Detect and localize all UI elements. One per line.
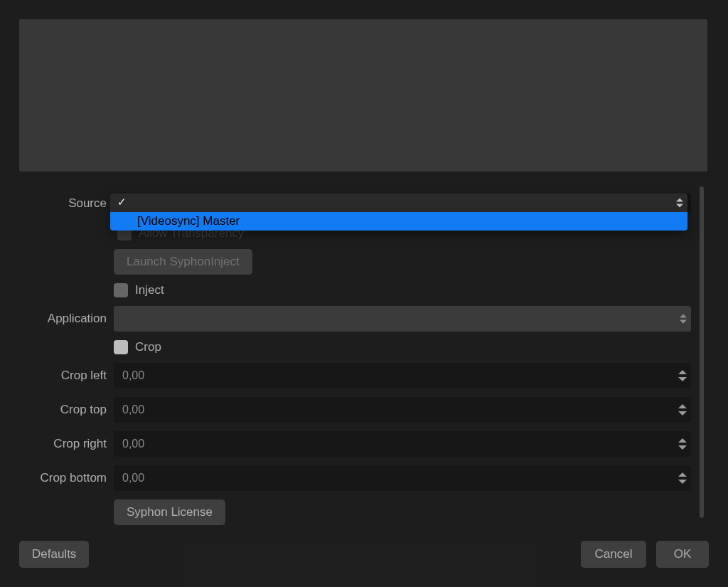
inject-label: Inject (135, 283, 164, 297)
syphon-license-button[interactable]: Syphon License (114, 499, 225, 525)
crop-right-input[interactable]: 0,00 (114, 431, 691, 457)
stepper-icon[interactable] (678, 438, 687, 450)
updown-icon (676, 199, 683, 208)
crop-bottom-value: 0,00 (122, 472, 144, 485)
stepper-icon[interactable] (678, 404, 687, 416)
source-label: Source (21, 196, 114, 211)
source-dropdown-item-selected[interactable]: ✓ (110, 194, 687, 212)
launch-syphoninject-button[interactable]: Launch SyphonInject (114, 249, 252, 275)
crop-label: Crop (135, 340, 161, 354)
crop-top-label: Crop top (21, 403, 114, 417)
checkmark-icon: ✓ (117, 196, 127, 208)
dialog-buttons: Defaults Cancel OK (19, 541, 709, 568)
crop-left-label: Crop left (21, 369, 114, 383)
cancel-button[interactable]: Cancel (581, 541, 646, 568)
crop-bottom-label: Crop bottom (21, 471, 114, 485)
crop-checkbox[interactable] (114, 340, 128, 354)
stepper-icon[interactable] (678, 472, 687, 484)
dropdown-item-label: [Videosync] Master (137, 214, 240, 228)
crop-top-input[interactable]: 0,00 (114, 397, 691, 423)
source-dropdown[interactable]: ✓ [Videosync] Master (110, 194, 687, 231)
scrollbar[interactable] (700, 186, 704, 518)
defaults-button[interactable]: Defaults (19, 541, 89, 568)
ok-button[interactable]: OK (656, 541, 709, 568)
crop-left-input[interactable]: 0,00 (114, 363, 691, 388)
application-select[interactable] (114, 306, 691, 332)
updown-icon (680, 314, 687, 324)
crop-right-label: Crop right (21, 437, 114, 451)
preview-pane (19, 19, 707, 171)
crop-top-value: 0,00 (122, 403, 144, 416)
source-dropdown-item-videosync-master[interactable]: [Videosync] Master (110, 212, 687, 231)
crop-bottom-input[interactable]: 0,00 (114, 465, 691, 491)
crop-left-value: 0,00 (122, 369, 144, 382)
form-area: Source Launch SyphonInject Inj (0, 182, 728, 534)
stepper-icon[interactable] (678, 370, 687, 381)
application-label: Application (21, 312, 114, 326)
crop-right-value: 0,00 (122, 438, 144, 450)
inject-checkbox[interactable] (114, 283, 128, 297)
